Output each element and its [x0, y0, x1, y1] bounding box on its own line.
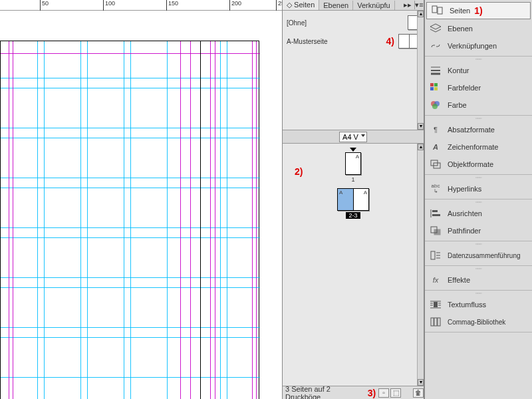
spread-2-3[interactable]: A A [337, 188, 369, 211]
dock-label: Kontur [448, 66, 469, 74]
dock-label: Commag-Bibliothek [448, 319, 505, 326]
annotation-3: 3) [368, 388, 376, 398]
svg-rect-20 [431, 251, 435, 259]
dock-item-color[interactable]: Farbe [425, 96, 532, 114]
footer-status: 3 Seiten auf 2 Druckböge [285, 385, 368, 400]
dock-item-pages[interactable]: Seiten 1) [426, 2, 531, 19]
master-letter: A [356, 154, 359, 160]
character-icon: A [429, 141, 442, 153]
scroll-down-icon[interactable]: ▾ [418, 123, 424, 130]
dock-item-pathfinder[interactable]: Pathfinder [425, 222, 532, 239]
document-pages-section: A 1 A A 2-3 2) ▴ ▾ [283, 144, 424, 386]
dock-label: Farbe [448, 101, 467, 109]
object-styles-icon [429, 158, 442, 170]
page-spread[interactable] [0, 41, 259, 399]
spread-number-badge: 2-3 [346, 212, 360, 219]
dock-item-align[interactable]: Ausrichten [425, 205, 532, 222]
dock-item-links[interactable]: Verknüpfungen [425, 37, 532, 55]
scroll-up-icon[interactable]: ▴ [418, 144, 424, 150]
tab-links[interactable]: Verknüpfu [353, 1, 395, 10]
panel-group-3: ¶ Absatzformate A Zeichenformate Objektf… [425, 120, 532, 175]
dock-item-effects[interactable]: fx Effekte [425, 271, 532, 289]
document-canvas[interactable] [0, 11, 282, 399]
horizontal-ruler: 50 100 150 200 250 [0, 0, 282, 11]
page-format-value: A4 V [342, 133, 358, 141]
panel-group-6: Datenzusammenführung [425, 245, 532, 266]
pages-icon [431, 5, 444, 17]
links-icon [429, 40, 442, 52]
panel-group-1: Seiten 1) Ebenen Verknüpfungen [425, 0, 532, 57]
panel-menu-icon[interactable]: ▾≡ [414, 1, 424, 9]
dock-label: Ebenen [448, 25, 473, 33]
pages-scrollbar[interactable]: ▴ ▾ [417, 144, 424, 386]
dock-label: Hyperlinks [448, 185, 481, 193]
master-none-row[interactable]: [Ohne] [287, 13, 420, 32]
annotation-2: 2) [295, 166, 303, 177]
page-spine [200, 41, 201, 399]
master-a-row[interactable]: A-Musterseite 4) [287, 32, 420, 51]
master-pages-section: [Ohne] A-Musterseite 4) ↖ ▴ ▾ [283, 11, 424, 130]
svg-rect-16 [432, 210, 438, 212]
dock-label: Verknüpfungen [448, 42, 497, 50]
data-merge-icon [429, 249, 442, 261]
dock-label: Textumfluss [448, 301, 486, 309]
svg-rect-6 [430, 83, 434, 86]
scroll-up-icon[interactable]: ▴ [418, 11, 424, 17]
library-icon [429, 316, 442, 328]
page-2-thumb[interactable]: A [337, 188, 353, 211]
panel-tabs: ◇ Seiten Ebenen Verknüpfu ▸▸ ▾≡ [283, 0, 424, 11]
edit-page-size-icon[interactable]: ▫ [378, 388, 389, 398]
dock-item-swatches[interactable]: Farbfelder [425, 79, 532, 96]
svg-rect-28 [431, 318, 434, 326]
dock-label: Ausrichten [448, 209, 482, 217]
svg-marker-2 [430, 24, 441, 29]
pages-panel: ◇ Seiten Ebenen Verknüpfu ▸▸ ▾≡ [Ohne] A… [282, 0, 424, 399]
section-start-icon [350, 148, 356, 152]
svg-rect-1 [438, 7, 442, 14]
color-icon [429, 99, 442, 111]
annotation-4: 4) [386, 36, 394, 47]
master-scrollbar[interactable]: ▴ ▾ [417, 11, 424, 130]
svg-rect-8 [430, 87, 434, 90]
layers-icon [429, 23, 442, 35]
dock-item-character-styles[interactable]: A Zeichenformate [425, 138, 532, 156]
tab-pages[interactable]: ◇ Seiten [283, 0, 319, 10]
dock-item-stroke[interactable]: Kontur [425, 62, 532, 79]
ruler-tick: 200 [229, 0, 241, 11]
dock-item-paragraph-styles[interactable]: ¶ Absatzformate [425, 121, 532, 138]
dock-label: Effekte [448, 276, 470, 284]
panel-group-4: abc↳ Hyperlinks [425, 179, 532, 200]
document-area: 50 100 150 200 250 [0, 0, 282, 399]
page-format-bar: A4 V [283, 130, 424, 144]
svg-rect-7 [434, 83, 438, 86]
text-wrap-icon [429, 299, 442, 311]
dock-item-library[interactable]: Commag-Bibliothek [425, 313, 532, 331]
scroll-down-icon[interactable]: ▾ [418, 379, 424, 386]
tab-layers[interactable]: Ebenen [319, 1, 353, 10]
dock-item-layers[interactable]: Ebenen [425, 20, 532, 37]
delete-page-icon[interactable]: 🗑 [413, 388, 424, 398]
hyperlinks-icon: abc↳ [429, 183, 442, 195]
page-3-thumb[interactable]: A [353, 188, 369, 211]
stroke-icon [429, 65, 442, 76]
master-a-label: A-Musterseite [287, 38, 386, 45]
ruler-tick: 100 [103, 0, 115, 11]
paragraph-icon: ¶ [429, 124, 442, 136]
panel-group-5: Ausrichten Pathfinder [425, 203, 532, 241]
page-1-thumb[interactable]: A [345, 152, 361, 175]
dock-item-data-merge[interactable]: Datenzusammenführung [425, 247, 532, 264]
pathfinder-icon [429, 225, 442, 237]
collapse-icon[interactable]: ▸▸ [401, 1, 414, 9]
svg-rect-19 [434, 229, 440, 235]
panel-group-7: fx Effekte [425, 270, 532, 291]
master-letter: A [339, 190, 342, 196]
page-format-select[interactable]: A4 V [339, 132, 367, 142]
svg-rect-0 [432, 6, 437, 13]
dropdown-caret-icon [361, 134, 365, 137]
dock-item-hyperlinks[interactable]: abc↳ Hyperlinks [425, 180, 532, 198]
dock-item-object-styles[interactable]: Objektformate [425, 156, 532, 173]
dock-item-text-wrap[interactable]: Textumfluss [425, 296, 532, 313]
effects-icon: fx [429, 274, 442, 286]
dock-label: Farbfelder [448, 84, 481, 92]
new-page-icon[interactable]: ⬚ [390, 388, 401, 398]
